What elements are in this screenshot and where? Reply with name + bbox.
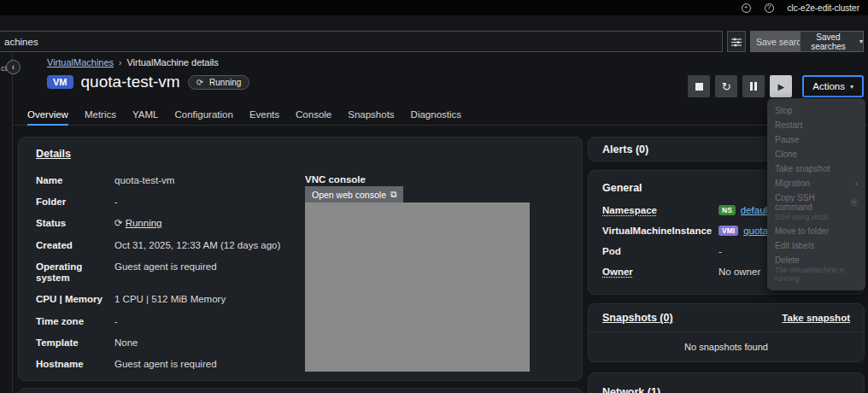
search-toolbar: Save search Saved searches ▾ (0, 31, 868, 52)
snapshots-card-header: Snapshots (0) Take snapshot (589, 304, 864, 332)
external-link-icon: ⧉ (390, 189, 397, 200)
details-card-title[interactable]: Details (36, 148, 71, 160)
snapshots-empty-message: No snapshots found (589, 332, 864, 352)
restart-button[interactable]: ↻ (715, 75, 737, 97)
tab-console[interactable]: Console (296, 103, 331, 125)
menu-item-description: SSH using virtctl (775, 213, 858, 221)
sync-icon: ⟳ (196, 78, 203, 87)
vm-controls: ↻ ▶ Actions ▾ (688, 75, 864, 97)
detail-value: - (114, 316, 296, 327)
namespace-link[interactable]: default (741, 205, 771, 215)
take-snapshot-link[interactable]: Take snapshot (782, 313, 850, 323)
detail-value: Guest agent is required (114, 261, 296, 284)
details-list: Name quota-test-vm Folder - Status ⟳Runn… (36, 175, 296, 370)
menu-item-stop[interactable]: Stop (767, 103, 865, 118)
menu-item-restart[interactable]: Restart (767, 118, 865, 132)
pause-icon (750, 82, 757, 91)
actions-dropdown-button[interactable]: Actions ▾ (802, 75, 864, 97)
breadcrumb-separator-icon: › (119, 58, 121, 67)
actions-label: Actions (812, 81, 845, 91)
network-card: Network (1) (588, 372, 865, 393)
play-icon: ▶ (777, 82, 784, 91)
menu-item-take-snapshot[interactable]: Take snapshot (767, 161, 865, 176)
help-icon[interactable]: ? (765, 3, 774, 13)
tab-configuration[interactable]: Configuration (174, 103, 232, 125)
detail-label: Created (36, 240, 111, 251)
chevron-down-icon: ▾ (859, 38, 863, 45)
detail-label: Hostname (36, 359, 111, 370)
detail-label: Template (36, 337, 111, 349)
pod-label: Pod (602, 246, 715, 256)
start-button[interactable]: ▶ (770, 75, 792, 97)
vm-resource-badge: VM (47, 75, 73, 89)
detail-label: CPU | Memory (36, 294, 111, 305)
search-input[interactable] (0, 31, 723, 52)
menu-item-copy-ssh-command[interactable]: Copy SSH command ⎘ SSH using virtctl (767, 191, 865, 224)
page-header: VM quota-test-vm ⟳ Running (47, 73, 249, 91)
vnc-console-canvas[interactable] (305, 202, 530, 372)
detail-label: Operating system (36, 261, 111, 284)
namespace-label[interactable]: Namespace (602, 205, 715, 215)
menu-item-migration[interactable]: Migration › (767, 176, 865, 191)
menu-item-pause[interactable]: Pause (767, 132, 865, 147)
detail-tabs: Overview Metrics YAML Configuration Even… (13, 103, 868, 126)
breadcrumb: VirtualMachines › VirtualMachine details (47, 57, 219, 67)
detail-value: Oct 31, 2025, 12:33 AM (12 days ago) (114, 240, 296, 251)
sliders-icon (731, 37, 742, 47)
vm-details-page: + ? clc-e2e-edit-cluster Save search Sav… (0, 0, 868, 393)
vmi-badge: VMI (718, 226, 738, 236)
status-running-link[interactable]: Running (126, 218, 162, 228)
network-card-title[interactable]: Network (1) (602, 386, 660, 393)
menu-item-delete[interactable]: Delete The VirtualMachine is running (767, 253, 865, 285)
vmi-label: VirtualMachineInstance (602, 226, 715, 236)
saved-searches-label: Saved searches (801, 32, 856, 51)
status-label: Running (209, 78, 241, 87)
tab-diagnostics[interactable]: Diagnostics (411, 103, 461, 125)
stop-button[interactable] (688, 75, 710, 97)
restart-icon: ↻ (722, 81, 731, 92)
snapshots-card-title[interactable]: Snapshots (0) (602, 312, 673, 324)
saved-searches-dropdown[interactable]: Saved searches ▾ (800, 31, 864, 52)
detail-value-status: ⟳Running (114, 218, 296, 229)
sync-icon: ⟳ (114, 218, 123, 228)
tab-snapshots[interactable]: Snapshots (348, 103, 394, 125)
tab-overview[interactable]: Overview (27, 103, 68, 125)
detail-label: Name (36, 175, 111, 186)
owner-label[interactable]: Owner (602, 267, 715, 277)
breadcrumb-current: VirtualMachine details (126, 57, 218, 67)
detail-value: - (114, 196, 296, 208)
create-plus-icon[interactable]: + (742, 3, 751, 13)
detail-value: Guest agent is required (114, 359, 296, 370)
copy-icon: ⎘ (851, 197, 858, 208)
menu-item-edit-labels[interactable]: Edit labels (767, 238, 865, 253)
search-filter-button[interactable] (727, 31, 746, 52)
alerts-card-title[interactable]: Alerts (0) (602, 144, 648, 155)
tab-events[interactable]: Events (249, 103, 279, 125)
detail-label: Status (36, 218, 111, 229)
submenu-arrow-icon: › (855, 179, 858, 188)
open-web-console-label: Open web console (312, 190, 386, 200)
details-card: Details Name quota-test-vm Folder - Stat… (18, 137, 583, 381)
breadcrumb-virtualmachines-link[interactable]: VirtualMachines (47, 57, 114, 67)
actions-menu: Stop Restart Pause Clone Take snapshot M… (767, 98, 865, 290)
status-badge[interactable]: ⟳ Running (188, 75, 250, 90)
vnc-console-label: VNC console (305, 174, 366, 185)
open-web-console-button[interactable]: Open web console ⧉ (305, 186, 403, 202)
stop-icon (695, 83, 703, 91)
collapsed-sidebar (0, 52, 13, 393)
detail-label: Folder (36, 196, 111, 208)
chevron-down-icon: ▾ (850, 83, 853, 91)
tab-yaml[interactable]: YAML (132, 103, 158, 125)
sidebar-collapse-toggle[interactable]: ‹ (6, 60, 21, 74)
pause-button[interactable] (742, 75, 765, 97)
chevron-left-icon: ‹ (12, 62, 15, 72)
bottom-card (18, 388, 583, 393)
menu-item-clone[interactable]: Clone (767, 147, 865, 161)
detail-value: quota-test-vm (114, 175, 296, 186)
cluster-name[interactable]: clc-e2e-edit-cluster (788, 3, 859, 13)
snapshots-card: Snapshots (0) Take snapshot No snapshots… (588, 303, 865, 362)
tab-metrics[interactable]: Metrics (85, 103, 116, 125)
detail-value: 1 CPU | 512 MiB Memory (114, 294, 296, 305)
namespace-badge: NS (718, 205, 736, 215)
menu-item-move-to-folder[interactable]: Move to folder (767, 224, 865, 238)
